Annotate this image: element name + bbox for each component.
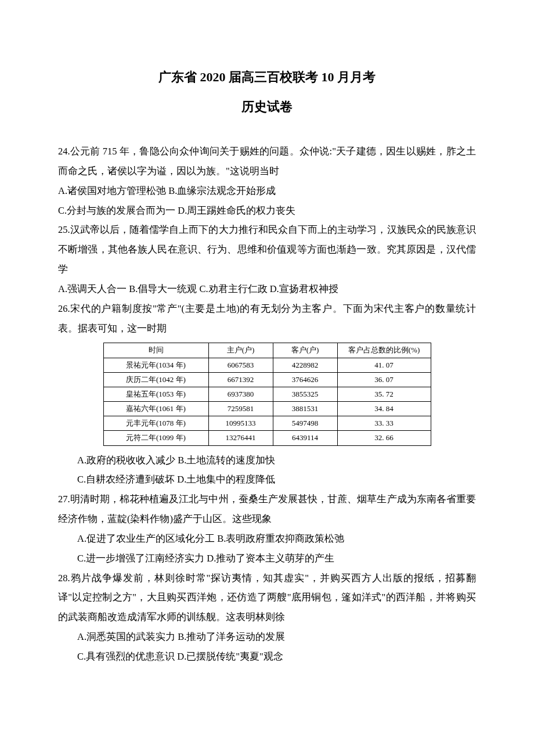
q26-options-line1: A.政府的税收收入减少 B.土地流转的速度加快	[58, 451, 476, 470]
th-ratio: 客户占总数的比例(%)	[337, 343, 431, 358]
q24-text: 24.公元前 715 年，鲁隐公向众仲询问关于赐姓的问题。众仲说:"天子建德，因…	[58, 142, 476, 181]
cell-time: 嘉祐六年(1061 年)	[103, 402, 208, 416]
table-row: 景祐元年(1034 年) 6067583 4228982 41. 07	[103, 358, 431, 372]
cell-ratio: 34. 84	[337, 402, 431, 416]
cell-time: 元符二年(1099 年)	[103, 431, 208, 445]
table-row: 皇祐五年(1053 年) 6937380 3855325 35. 72	[103, 387, 431, 401]
cell-main: 13276441	[208, 431, 273, 445]
cell-time: 皇祐五年(1053 年)	[103, 387, 208, 401]
cell-ratio: 35. 72	[337, 387, 431, 401]
q28-text: 28.鸦片战争爆发前，林则徐时常"探访夷情，知其虚实"，并购买西方人出版的报纸，…	[58, 568, 476, 627]
table-row: 元丰元年(1078 年) 10995133 5497498 33. 33	[103, 416, 431, 431]
th-guest: 客户(户)	[273, 343, 337, 358]
cell-main: 7259581	[208, 402, 273, 416]
q26-options-line2: C.自耕农经济遭到破坏 D.土地集中的程度降低	[58, 470, 476, 489]
q27-options-line2: C.进一步增强了江南经济实力 D.推动了资本主义萌芽的产生	[58, 549, 476, 568]
q27-text: 27.明清时期，棉花种植遍及江北与中州，蚕桑生产发展甚快，甘蔗、烟草生产成为东南…	[58, 489, 476, 529]
q25-text: 25.汉武帝以后，随着儒学自上而下的大力推行和民众自下而上的主动学习，汉族民众的…	[58, 220, 476, 279]
q28-options-line1: A.洞悉英国的武装实力 B.推动了洋务运动的发展	[58, 627, 476, 647]
cell-guest: 3855325	[273, 387, 337, 401]
cell-main: 6671392	[208, 372, 273, 387]
cell-guest: 5497498	[273, 416, 337, 431]
cell-guest: 6439114	[273, 431, 337, 445]
page-title: 广东省 2020 届高三百校联考 10 月月考	[58, 64, 476, 90]
cell-ratio: 32. 66	[337, 431, 431, 445]
cell-time: 元丰元年(1078 年)	[103, 416, 208, 431]
table-row: 嘉祐六年(1061 年) 7259581 3881531 34. 84	[103, 402, 431, 416]
q28-options-line2: C.具有强烈的优患意识 D.已摆脱传统"夷夏"观念	[58, 647, 476, 667]
cell-main: 6937380	[208, 387, 273, 401]
cell-main: 6067583	[208, 358, 273, 372]
cell-time: 景祐元年(1034 年)	[103, 358, 208, 372]
cell-ratio: 41. 07	[337, 358, 431, 372]
q25-options-line1: A.强调天人合一 B.倡导大一统观 C.劝君主行仁政 D.宣扬君权神授	[58, 279, 476, 299]
q24-options-line2: C.分封与族的发展合而为一 D.周王踢姓命氏的权力丧失	[58, 201, 476, 221]
cell-guest: 3881531	[273, 402, 337, 416]
cell-ratio: 36. 07	[337, 372, 431, 387]
cell-guest: 3764626	[273, 372, 337, 387]
table-row: 元符二年(1099 年) 13276441 6439114 32. 66	[103, 431, 431, 445]
cell-ratio: 33. 33	[337, 416, 431, 431]
th-main: 主户(户)	[208, 343, 273, 358]
page-subtitle: 历史试卷	[58, 93, 476, 120]
cell-time: 庆历二年(1042 年)	[103, 372, 208, 387]
q24-options-line1: A.诸侯国对地方管理松弛 B.血缘宗法观念开始形成	[58, 181, 476, 201]
q26-data-table: 时间 主户(户) 客户(户) 客户占总数的比例(%) 景祐元年(1034 年) …	[103, 343, 431, 445]
q26-text: 26.宋代的户籍制度按"常产"(主要是土地)的有无划分为主客户。下面为宋代主客户…	[58, 299, 476, 339]
q27-options-line1: A.促进了农业生产的区域化分工 B.表明政府重农抑商政策松弛	[58, 529, 476, 549]
table-row: 庆历二年(1042 年) 6671392 3764626 36. 07	[103, 372, 431, 387]
th-time: 时间	[103, 343, 208, 358]
cell-guest: 4228982	[273, 358, 337, 372]
table-header-row: 时间 主户(户) 客户(户) 客户占总数的比例(%)	[103, 343, 431, 358]
cell-main: 10995133	[208, 416, 273, 431]
